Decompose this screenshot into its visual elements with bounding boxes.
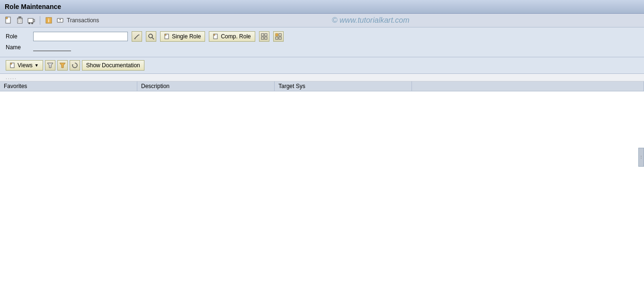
views-button[interactable]: Views ▼ bbox=[6, 60, 43, 71]
table-header: Favorites Description Target Sys bbox=[0, 81, 644, 91]
dotted-separator: ..... bbox=[0, 74, 644, 81]
description-col-header: Description bbox=[137, 81, 275, 91]
grid-icon-2[interactable] bbox=[273, 31, 284, 42]
target-sys-col-header: Target Sys bbox=[275, 81, 412, 91]
svg-rect-29 bbox=[276, 34, 278, 36]
secondary-toolbar: Views ▼ Show Documentation bbox=[0, 57, 644, 74]
page-title: Role Maintenance bbox=[5, 3, 61, 10]
role-input[interactable] bbox=[33, 32, 128, 41]
toolbar-divider-1 bbox=[40, 16, 40, 25]
views-label: Views bbox=[18, 62, 33, 69]
svg-rect-25 bbox=[261, 34, 264, 36]
transactions-label[interactable]: Transactions bbox=[67, 17, 99, 24]
refresh-icon[interactable] bbox=[70, 60, 80, 71]
svg-rect-31 bbox=[276, 37, 278, 39]
new-icon[interactable] bbox=[4, 16, 13, 25]
table-body bbox=[0, 91, 644, 281]
svg-rect-1 bbox=[6, 17, 8, 19]
svg-rect-7 bbox=[28, 18, 33, 23]
svg-marker-35 bbox=[47, 63, 53, 68]
svg-rect-30 bbox=[279, 34, 281, 36]
svg-line-20 bbox=[152, 37, 154, 39]
info-icon[interactable]: i bbox=[44, 16, 54, 25]
views-dropdown-arrow: ▼ bbox=[35, 63, 39, 68]
extra-col-header bbox=[412, 81, 644, 91]
svg-rect-22 bbox=[165, 34, 166, 36]
svg-marker-36 bbox=[60, 63, 65, 68]
search-match-icon[interactable] bbox=[146, 31, 156, 42]
table-area: ..... Favorites Description Target Sys bbox=[0, 74, 644, 295]
svg-text:i: i bbox=[48, 18, 50, 23]
form-area: Role Single Role bbox=[0, 27, 644, 57]
svg-rect-28 bbox=[265, 37, 267, 39]
svg-point-9 bbox=[28, 22, 30, 24]
svg-rect-8 bbox=[33, 19, 35, 22]
select-filter-icon[interactable] bbox=[57, 60, 68, 71]
show-documentation-label: Show Documentation bbox=[86, 62, 140, 69]
delete-icon[interactable] bbox=[15, 16, 25, 25]
main-toolbar: i Transactions © www.tutorialkart.com bbox=[0, 14, 644, 27]
transactions-icon[interactable] bbox=[55, 16, 65, 25]
edit-pencil-icon[interactable] bbox=[132, 31, 142, 42]
svg-point-19 bbox=[149, 34, 152, 38]
show-documentation-button[interactable]: Show Documentation bbox=[82, 60, 144, 71]
role-label: Role bbox=[6, 33, 29, 40]
name-value bbox=[33, 44, 71, 51]
svg-rect-24 bbox=[214, 34, 215, 36]
name-label: Name bbox=[6, 44, 29, 51]
title-bar: Role Maintenance bbox=[0, 0, 644, 14]
filter-icon[interactable] bbox=[45, 60, 55, 71]
svg-rect-32 bbox=[279, 37, 281, 39]
svg-rect-26 bbox=[265, 34, 267, 36]
single-role-button[interactable]: Single Role bbox=[160, 31, 205, 42]
right-edge-handle[interactable]: ⋮ bbox=[638, 148, 644, 167]
svg-line-16 bbox=[134, 35, 138, 39]
svg-point-10 bbox=[31, 22, 33, 24]
favorites-col-header: Favorites bbox=[0, 81, 137, 91]
comp-role-button[interactable]: Comp. Role bbox=[209, 31, 255, 42]
grid-icon-1[interactable] bbox=[259, 31, 269, 42]
main-content: ..... Favorites Description Target Sys bbox=[0, 74, 644, 295]
svg-rect-27 bbox=[261, 37, 264, 39]
name-row: Name bbox=[6, 44, 638, 51]
svg-rect-34 bbox=[10, 63, 12, 64]
transport-icon[interactable] bbox=[27, 16, 36, 25]
watermark: © www.tutorialkart.com bbox=[101, 16, 640, 25]
role-row: Role Single Role bbox=[6, 31, 638, 42]
